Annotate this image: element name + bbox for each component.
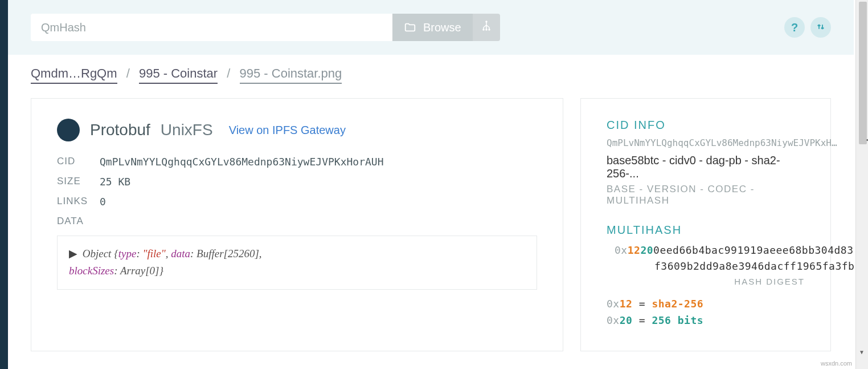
meta-value-size: 25 KB [100,176,537,188]
obj-val-blocksizes: Array[0] [120,265,159,277]
svg-point-2 [489,29,490,30]
obj-prefix: Object { [83,248,118,259]
watermark: wsxdn.com [821,360,852,367]
node-codec: Protobuf [90,121,150,139]
meta-label-size: SIZE [57,176,100,188]
obj-val-data: Buffer[25260] [196,248,259,259]
breadcrumb-item[interactable]: Qmdm…RgQm [31,66,117,84]
scroll-thumb[interactable] [859,2,867,144]
hash-search-input[interactable] [31,14,392,41]
tree-icon [480,20,493,35]
data-object-box: ▶ Object {type: "file", data: Buffer[252… [57,236,537,290]
obj-key-type: type [118,248,137,259]
cid-human: base58btc - cidv0 - dag-pb - sha2-256-..… [607,154,805,180]
cid-truncated: QmPLvNmYYLQghqqCxGYLv86Mednp63NiywEJVPKx… [607,137,805,148]
browse-button[interactable]: Browse [392,14,473,41]
node-type-dot-icon [57,119,80,141]
meta-label-data: DATA [57,216,100,227]
node-detail-card: Protobuf UnixFS View on IPFS Gateway CID… [31,98,563,351]
breadcrumb-item[interactable]: 995 - Coinstar [139,66,218,84]
tree-toggle-button[interactable] [473,14,500,41]
svg-point-0 [486,21,487,22]
meta-value-links: 0 [100,196,537,208]
browse-label: Browse [423,21,461,34]
multihash-hex: 0x12200eed66b4bac991919aeee68bb304d83 f3… [607,242,805,274]
cid-info-title: CID INFO [607,119,805,132]
multihash-title: MULTIHASH [607,224,805,237]
breadcrumbs: Qmdm…RgQm / 995 - Coinstar / 995 - Coins… [8,55,854,87]
node-format: UnixFS [161,121,213,139]
obj-key-data: data [171,248,190,259]
resize-handle-icon[interactable]: ◄► [865,136,868,145]
cid-part-labels: BASE - VERSION - CODEC - MULTIHASH [607,184,805,206]
obj-key-blocksizes: blockSizes [69,265,114,277]
cid-info-card: CID INFO QmPLvNmYYLQghqqCxGYLv86Mednp63N… [580,98,831,351]
obj-val-type: "file" [142,248,165,259]
transfer-icon [816,22,826,34]
breadcrumb-separator: / [126,66,130,80]
search-group: Browse [31,14,500,41]
help-icon: ? [791,21,798,34]
top-bar: Browse ? [8,0,854,55]
help-button[interactable]: ? [784,17,805,38]
meta-label-links: LINKS [57,196,100,208]
left-accent-bar [0,0,8,369]
svg-point-1 [483,29,484,30]
hash-digest-label: HASH DIGEST [607,277,805,286]
view-gateway-link[interactable]: View on IPFS Gateway [229,124,346,137]
svg-point-3 [486,29,487,30]
folder-icon [404,21,416,34]
transfer-button[interactable] [810,17,831,38]
scroll-down-icon[interactable]: ▼ [855,346,868,358]
multihash-legend: 0x12 = sha2-256 0x20 = 256 bits [607,298,805,326]
meta-value-cid: QmPLvNmYYLQghqqCxGYLv86Mednp63NiywEJVPKx… [100,156,537,168]
vertical-scrollbar[interactable]: ▲ ▼ [855,0,868,369]
breadcrumb-separator: / [227,66,230,80]
expand-triangle-icon[interactable]: ▶ [69,248,77,259]
meta-label-cid: CID [57,156,100,168]
breadcrumb-current: 995 - Coinstar.png [240,66,342,84]
top-right-actions: ? [784,17,831,38]
